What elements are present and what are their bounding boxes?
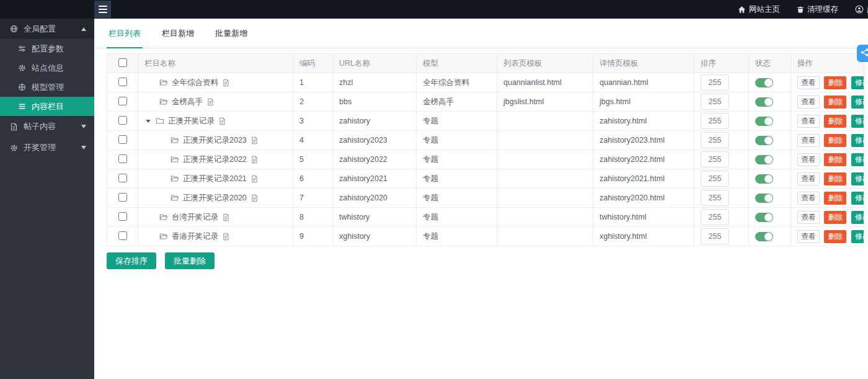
- status-toggle[interactable]: [755, 213, 773, 222]
- sidebar-item-lottery-management[interactable]: 开奖管理: [0, 137, 94, 158]
- row-name-label: 正澳开奖记录2020: [183, 193, 247, 203]
- globe-icon: [10, 25, 18, 33]
- view-button[interactable]: 查看: [797, 211, 820, 224]
- sidebar-item-content-columns[interactable]: 内容栏目: [0, 97, 94, 116]
- row-name-label: 正澳开奖记录2023: [183, 135, 247, 146]
- row-list-template: [497, 112, 593, 131]
- sort-input[interactable]: [701, 171, 729, 187]
- edit-button[interactable]: 修改: [851, 115, 864, 128]
- select-all-checkbox[interactable]: [118, 58, 127, 67]
- tab-column-list[interactable]: 栏目列表: [107, 28, 143, 48]
- sort-input[interactable]: [701, 132, 729, 148]
- edit-button[interactable]: 修改: [851, 76, 864, 89]
- status-toggle[interactable]: [755, 136, 773, 145]
- row-checkbox[interactable]: [118, 154, 127, 163]
- edit-button[interactable]: 修改: [851, 134, 864, 147]
- sidebar-item-label: 配置参数: [32, 43, 64, 55]
- sidebar-item-site-info[interactable]: 站点信息: [0, 58, 94, 78]
- col-header-sort: 排序: [694, 54, 749, 73]
- delete-button[interactable]: 删除: [824, 230, 846, 243]
- quick-share-button[interactable]: [857, 45, 868, 62]
- row-checkbox[interactable]: [118, 193, 127, 202]
- sidebar-group-global-config[interactable]: 全局配置: [0, 19, 94, 39]
- sidebar-item-post-content[interactable]: 帖子内容: [0, 116, 94, 137]
- view-button[interactable]: 查看: [797, 134, 820, 147]
- sort-input[interactable]: [701, 113, 729, 129]
- list-icon: [18, 102, 26, 110]
- delete-button[interactable]: 删除: [824, 172, 846, 185]
- clear-cache-label: 清理缓存: [807, 4, 838, 15]
- caret-down-icon[interactable]: [146, 120, 151, 123]
- site-home-link[interactable]: 网站主页: [738, 4, 780, 15]
- edit-button[interactable]: 修改: [851, 192, 864, 205]
- save-sort-button[interactable]: 保存排序: [107, 252, 156, 269]
- sort-input[interactable]: [701, 151, 729, 167]
- view-button[interactable]: 查看: [797, 76, 820, 89]
- status-toggle[interactable]: [755, 155, 773, 164]
- row-detail-template: zahistory.html: [593, 112, 694, 131]
- delete-button[interactable]: 删除: [824, 192, 846, 205]
- row-id: 1: [293, 73, 333, 92]
- status-toggle[interactable]: [755, 97, 773, 107]
- edit-button[interactable]: 修改: [851, 172, 864, 185]
- row-detail-template: twhistory.html: [593, 208, 694, 227]
- sidebar-item-label: 模型管理: [32, 82, 64, 93]
- sort-input[interactable]: [701, 94, 729, 110]
- sort-input[interactable]: [701, 228, 729, 244]
- model-wheel-icon: [18, 83, 26, 91]
- sort-input[interactable]: [701, 209, 729, 225]
- delete-button[interactable]: 删除: [824, 134, 846, 147]
- admin-user-menu[interactable]: 超级管理员: [855, 4, 868, 15]
- row-name-label: 金榜高手: [172, 97, 203, 107]
- name-cell: 正澳开奖记录2021: [144, 174, 286, 184]
- document-icon: [10, 123, 18, 131]
- status-toggle[interactable]: [755, 78, 773, 87]
- view-button[interactable]: 查看: [797, 192, 820, 205]
- row-list-template: jbgslist.html: [497, 92, 593, 112]
- edit-button[interactable]: 修改: [851, 211, 864, 224]
- row-checkbox[interactable]: [118, 212, 127, 221]
- row-checkbox[interactable]: [118, 135, 127, 144]
- delete-button[interactable]: 删除: [824, 153, 846, 166]
- status-toggle[interactable]: [755, 232, 773, 241]
- row-url: zahistory: [333, 112, 417, 131]
- sidebar-item-config-params[interactable]: 配置参数: [0, 39, 94, 58]
- sort-input[interactable]: [701, 190, 729, 206]
- row-checkbox[interactable]: [118, 116, 127, 125]
- table-row: 正澳开奖记录2020 7 zahistory2020 专题 zahistory2…: [107, 189, 864, 208]
- tab-batch-add[interactable]: 批量新增: [213, 28, 249, 48]
- delete-button[interactable]: 删除: [824, 96, 846, 109]
- name-cell: 金榜高手: [144, 97, 286, 107]
- status-toggle[interactable]: [755, 117, 773, 126]
- sidebar-toggle-button[interactable]: [94, 1, 111, 18]
- row-list-template: quannianlist.html: [497, 73, 593, 92]
- sort-input[interactable]: [701, 74, 729, 91]
- sidebar-item-model-management[interactable]: 模型管理: [0, 78, 94, 97]
- clear-cache-link[interactable]: 清理缓存: [797, 4, 838, 15]
- batch-delete-button[interactable]: 批量删除: [165, 252, 215, 269]
- view-button[interactable]: 查看: [797, 230, 820, 243]
- view-button[interactable]: 查看: [797, 96, 820, 109]
- row-checkbox[interactable]: [118, 174, 127, 182]
- document-icon: [250, 194, 259, 202]
- view-button[interactable]: 查看: [797, 115, 820, 128]
- tab-column-add[interactable]: 栏目新增: [160, 28, 196, 48]
- row-checkbox[interactable]: [118, 231, 127, 240]
- table-row: 台湾开奖记录 8 twhistory 专题 twhistory.html 查看 …: [107, 208, 864, 227]
- table-row: 正澳开奖记录2022 5 zahistory2022 专题 zahistory2…: [107, 150, 864, 169]
- view-button[interactable]: 查看: [797, 172, 820, 185]
- row-checkbox[interactable]: [118, 78, 127, 86]
- view-button[interactable]: 查看: [797, 153, 820, 166]
- name-cell: 正澳开奖记录2022: [144, 154, 286, 165]
- delete-button[interactable]: 删除: [824, 115, 846, 128]
- row-name-label: 正澳开奖记录: [168, 116, 215, 127]
- delete-button[interactable]: 删除: [824, 76, 846, 89]
- edit-button[interactable]: 修改: [851, 230, 864, 243]
- status-toggle[interactable]: [755, 194, 773, 203]
- home-icon: [738, 6, 746, 14]
- delete-button[interactable]: 删除: [824, 211, 846, 224]
- status-toggle[interactable]: [755, 174, 773, 184]
- row-checkbox[interactable]: [118, 97, 127, 105]
- edit-button[interactable]: 修改: [851, 153, 864, 166]
- edit-button[interactable]: 修改: [851, 96, 864, 109]
